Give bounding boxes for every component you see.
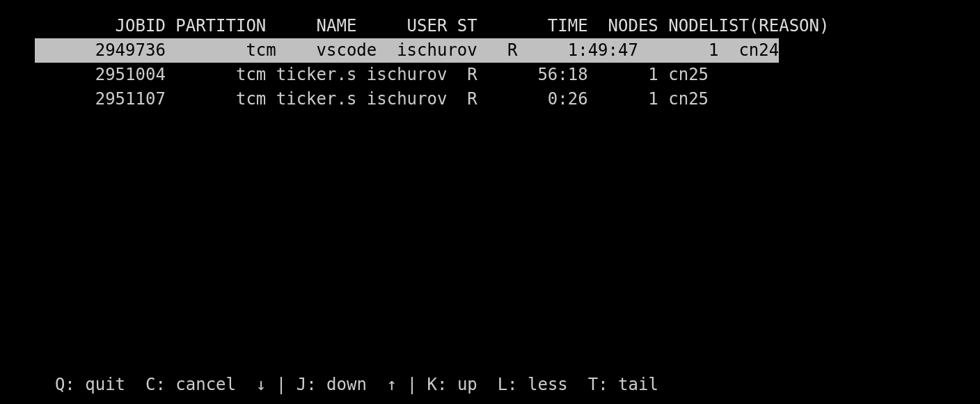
cell-nodes: 1 [588,87,658,111]
header-partition: PARTITION [166,14,266,38]
cell-time: 1:49:47 [528,38,638,63]
cell-name: ticker.s [266,87,356,111]
table-header-row: JOBID PARTITION NAME USER ST TIME NODES … [0,14,980,38]
cell-user: ischurov [387,38,477,63]
job-table: JOBID PARTITION NAME USER ST TIME NODES … [0,0,980,111]
header-name: NAME [266,14,356,38]
header-nodes: NODES [588,14,658,38]
cell-st: R [447,87,477,111]
header-st: ST [447,14,477,38]
footer-shortcuts: Q: quitC: cancel↓ | J: down↑ | K: upL: l… [35,348,679,397]
cell-jobid: 2951004 [95,63,166,87]
cell-user: ischurov [356,63,447,87]
cell-name: vscode [286,38,377,63]
cell-partition: tcm [166,63,266,87]
cell-nodes: 1 [588,63,658,87]
cell-nodelist: cn25 [658,63,709,87]
cell-time: 0:26 [477,87,588,111]
shortcut-up[interactable]: ↑ | K: up [387,375,477,394]
header-time: TIME [477,14,588,38]
table-row[interactable]: 2951004 tcm ticker.s ischurov R 56:18 1 … [0,63,980,87]
shortcut-quit[interactable]: Q: quit [55,375,125,394]
header-user: USER [356,14,447,38]
cell-nodelist: cn24 [729,38,779,63]
cell-time: 56:18 [477,63,588,87]
header-nodelist: NODELIST(REASON) [658,14,830,38]
cell-partition: tcm [175,38,276,63]
cell-nodelist: cn25 [658,87,709,111]
cell-jobid: 2951107 [95,87,166,111]
header-jobid: JOBID [95,14,166,38]
cell-st: R [447,63,477,87]
table-row[interactable]: 2951107 tcm ticker.s ischurov R 0:26 1 c… [0,87,980,111]
shortcut-cancel[interactable]: C: cancel [145,375,236,394]
shortcut-tail[interactable]: T: tail [588,375,658,394]
shortcut-less[interactable]: L: less [498,375,568,394]
cell-user: ischurov [356,87,447,111]
cell-partition: tcm [166,87,266,111]
cell-nodes: 1 [648,38,718,63]
cell-jobid: 2949736 [95,38,166,63]
cell-st: R [487,38,517,63]
table-row[interactable]: 2949736 tcm vscode ischurov R 1:49:47 1 … [0,38,980,63]
cell-name: ticker.s [266,63,356,87]
shortcut-down[interactable]: ↓ | J: down [256,375,367,394]
